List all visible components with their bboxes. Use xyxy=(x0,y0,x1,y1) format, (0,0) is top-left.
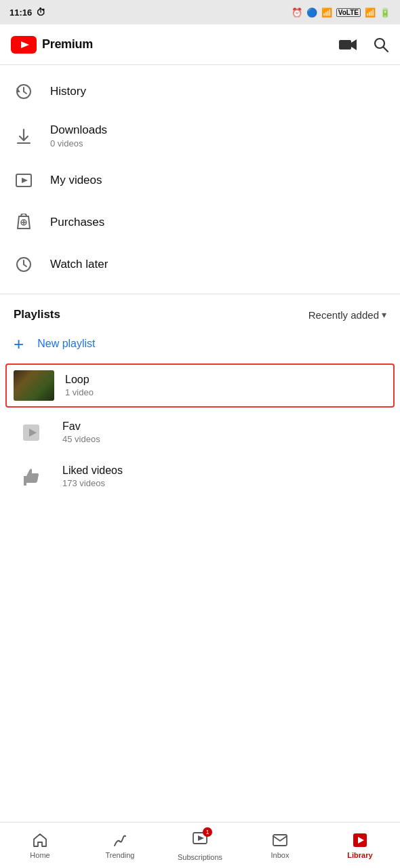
history-label: History xyxy=(50,85,86,98)
chevron-down-icon: ▾ xyxy=(382,309,386,320)
alarm-icon: ⏰ xyxy=(292,7,302,18)
playlist-name-fav: Fav xyxy=(62,420,100,433)
logo-area: Premium xyxy=(11,36,93,54)
nav-item-subscriptions[interactable]: 1 Subscriptions xyxy=(160,830,240,861)
playlist-count-fav: 45 videos xyxy=(62,434,100,444)
downloads-sublabel: 0 videos xyxy=(50,138,107,149)
plus-icon: + xyxy=(14,335,24,353)
liked-thumb-placeholder xyxy=(11,461,52,492)
playlists-header: Playlists Recently added ▾ xyxy=(0,297,400,327)
nav-item-library[interactable]: Library xyxy=(320,832,400,859)
nav-item-inbox[interactable]: Inbox xyxy=(240,832,320,859)
trending-icon xyxy=(112,832,128,848)
playlist-item-fav[interactable]: Fav 45 videos xyxy=(0,410,400,454)
app-title: Premium xyxy=(42,37,93,52)
nav-item-trending[interactable]: Trending xyxy=(80,832,160,859)
playlist-count-liked: 173 videos xyxy=(62,478,123,488)
status-dnd-icon: ⏱ xyxy=(36,7,45,18)
svg-marker-9 xyxy=(22,178,28,183)
search-icon[interactable] xyxy=(373,37,389,53)
purchases-label: Purchases xyxy=(50,216,104,229)
history-icon xyxy=(14,81,34,102)
subscriptions-badge: 1 xyxy=(203,827,212,837)
header-icons xyxy=(339,37,389,53)
home-label: Home xyxy=(30,851,49,859)
home-icon xyxy=(32,832,48,848)
inbox-label: Inbox xyxy=(271,851,289,859)
svg-line-5 xyxy=(384,47,388,52)
playlist-item-loop[interactable]: Loop 1 video xyxy=(5,363,395,408)
section-divider xyxy=(0,294,400,294)
camera-icon[interactable] xyxy=(339,38,357,52)
library-label: Library xyxy=(347,851,372,859)
fav-thumb-placeholder xyxy=(11,417,52,448)
menu-item-history[interactable]: History xyxy=(0,71,400,113)
sort-label: Recently added xyxy=(308,309,379,321)
signal-icon: 📶 xyxy=(365,7,376,18)
menu-item-my-videos[interactable]: My videos xyxy=(0,159,400,201)
playlist-item-liked[interactable]: Liked videos 173 videos xyxy=(0,454,400,498)
svg-rect-2 xyxy=(339,40,351,50)
spacer xyxy=(0,498,400,580)
menu-item-purchases[interactable]: Purchases xyxy=(0,201,400,243)
new-playlist-label: New playlist xyxy=(37,338,95,350)
subscriptions-icon: 1 xyxy=(192,830,208,850)
watch-later-label: Watch later xyxy=(50,258,108,271)
download-icon xyxy=(14,126,34,146)
purchases-icon xyxy=(14,212,34,233)
status-bar: 11:16 ⏱ ⏰ 🔵 📶 VoLTE 📶 🔋 xyxy=(0,0,400,24)
library-icon xyxy=(352,832,368,848)
svg-marker-3 xyxy=(351,39,357,50)
bottom-nav: Home Trending 1 Subscriptions xyxy=(0,822,400,868)
wifi-icon: 📶 xyxy=(321,7,332,18)
new-playlist-button[interactable]: + New playlist xyxy=(0,327,400,361)
playlist-name-loop: Loop xyxy=(65,374,94,386)
playlist-thumb-loop xyxy=(14,370,54,401)
volte-badge: VoLTE xyxy=(336,8,361,17)
bluetooth-icon: 🔵 xyxy=(306,7,317,18)
playlists-title: Playlists xyxy=(14,308,60,321)
my-videos-icon xyxy=(14,170,34,191)
playlist-count-loop: 1 video xyxy=(65,387,94,397)
playlist-name-liked: Liked videos xyxy=(62,465,123,477)
trending-label: Trending xyxy=(105,851,134,859)
watch-later-icon xyxy=(14,254,34,275)
downloads-label: Downloads xyxy=(50,123,107,137)
app-header: Premium xyxy=(0,24,400,65)
inbox-icon xyxy=(272,832,288,848)
menu-list: History Downloads 0 videos My videos xyxy=(0,65,400,291)
menu-item-watch-later[interactable]: Watch later xyxy=(0,243,400,285)
sort-button[interactable]: Recently added ▾ xyxy=(308,309,386,321)
youtube-logo xyxy=(11,36,37,54)
subscriptions-label: Subscriptions xyxy=(178,853,222,861)
nav-item-home[interactable]: Home xyxy=(0,832,80,859)
my-videos-label: My videos xyxy=(50,174,102,187)
battery-icon: 🔋 xyxy=(380,7,391,18)
menu-item-downloads[interactable]: Downloads 0 videos xyxy=(0,113,400,159)
status-time: 11:16 xyxy=(9,7,32,18)
svg-marker-17 xyxy=(198,835,204,841)
